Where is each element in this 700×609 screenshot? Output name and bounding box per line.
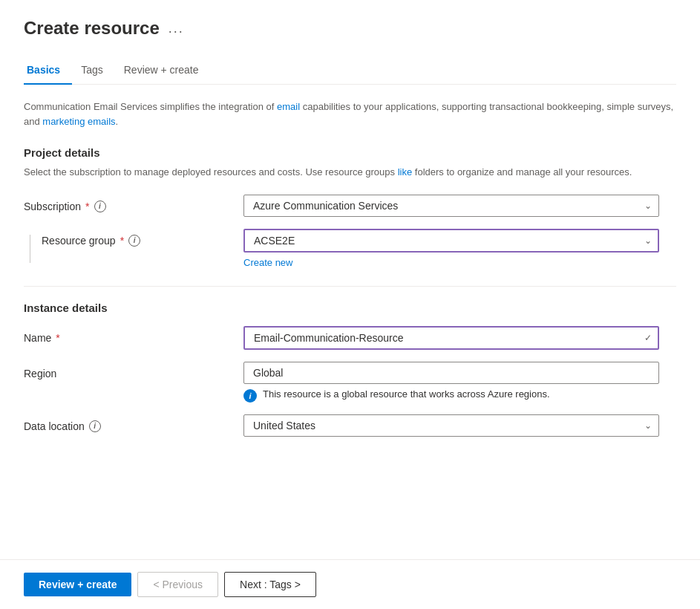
region-input[interactable] [243, 362, 659, 384]
subscription-info-icon[interactable]: i [94, 201, 106, 212]
subscription-dropdown[interactable]: Azure Communication Services [243, 195, 659, 217]
tab-review-create[interactable]: Review + create [121, 56, 211, 85]
resource-group-required: * [120, 235, 124, 247]
data-location-dropdown[interactable]: United States [243, 414, 659, 437]
data-location-control: United States ⌄ [243, 414, 676, 437]
tab-tags[interactable]: Tags [78, 56, 115, 85]
tab-basics[interactable]: Basics [24, 56, 72, 85]
subscription-dropdown-wrapper: Azure Communication Services ⌄ [243, 195, 659, 217]
region-control: i This resource is a global resource tha… [243, 362, 676, 403]
resource-group-label-area: Resource group * i [24, 229, 232, 268]
region-label-col: Region [24, 362, 232, 380]
resource-group-info-icon[interactable]: i [128, 235, 140, 247]
region-row: Region i This resource is a global resou… [24, 362, 676, 403]
name-dropdown[interactable]: Email-Communication-Resource [243, 326, 659, 350]
subscription-required: * [85, 201, 89, 212]
project-details-title: Project details [24, 146, 676, 159]
review-create-button[interactable]: Review + create [24, 573, 131, 596]
data-location-row: Data location i United States ⌄ [24, 414, 676, 437]
resource-group-dropdown[interactable]: ACSE2E [243, 229, 659, 253]
next-button[interactable]: Next : Tags > [224, 572, 316, 597]
subscription-row: Subscription * i Azure Communication Ser… [24, 195, 676, 217]
subscription-label: Subscription [24, 201, 81, 212]
name-required: * [56, 332, 59, 344]
instance-details-title: Instance details [24, 302, 676, 314]
page-title: Create resource [24, 18, 160, 39]
resource-group-label: Resource group [42, 235, 116, 247]
resource-group-control: ACSE2E ⌄ Create new [243, 229, 676, 268]
tabs-container: Basics Tags Review + create [24, 56, 676, 85]
name-label-col: Name * [24, 326, 232, 344]
footer: Review + create < Previous Next : Tags > [0, 559, 700, 609]
previous-button[interactable]: < Previous [137, 572, 218, 597]
region-info-banner: i This resource is a global resource tha… [243, 388, 659, 403]
subscription-control: Azure Communication Services ⌄ [243, 195, 676, 217]
name-control: Email-Communication-Resource ✓ [243, 326, 676, 350]
subscription-label-col: Subscription * i [24, 195, 232, 212]
name-label: Name [24, 332, 51, 344]
data-location-label: Data location [24, 420, 85, 432]
name-dropdown-wrapper: Email-Communication-Resource ✓ [243, 326, 659, 350]
name-row: Name * Email-Communication-Resource ✓ [24, 326, 676, 350]
section-divider [24, 286, 676, 287]
region-info-circle-icon: i [243, 389, 257, 403]
ellipsis-menu[interactable]: ... [169, 21, 184, 36]
region-label: Region [24, 368, 56, 380]
description-text: Communication Email Services simplifies … [24, 100, 676, 128]
data-location-info-icon[interactable]: i [89, 420, 101, 432]
resource-group-dropdown-wrapper: ACSE2E ⌄ [243, 229, 659, 253]
resource-group-outer-row: Resource group * i ACSE2E ⌄ Create new [24, 229, 676, 268]
project-details-description: Select the subscription to manage deploy… [24, 165, 676, 180]
create-new-link[interactable]: Create new [243, 257, 676, 268]
region-info-text: This resource is a global resource that … [263, 388, 550, 400]
data-location-dropdown-wrapper: United States ⌄ [243, 414, 659, 437]
data-location-label-col: Data location i [24, 414, 232, 432]
resource-group-label-col: Resource group * i [42, 235, 140, 247]
